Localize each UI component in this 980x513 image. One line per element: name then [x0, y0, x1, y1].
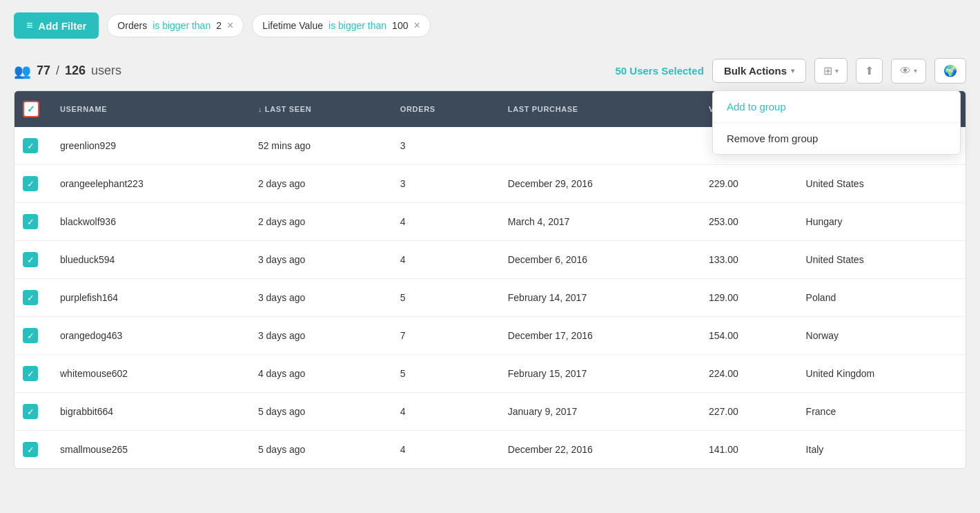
dropdown-item-add-group[interactable]: Add to group: [713, 91, 960, 122]
checkbox-checked-icon: ✓: [23, 442, 38, 457]
row-username: bigrabbit664: [49, 393, 247, 431]
bulk-actions-wrapper: Bulk Actions ▾ Add to group Remove from …: [712, 59, 806, 83]
row-username: greenlion929: [49, 127, 247, 165]
table-row[interactable]: ✓ whitemouse602 4 days ago 5 February 15…: [14, 355, 966, 393]
row-orders: 3: [389, 127, 497, 165]
row-last-seen: 4 days ago: [247, 355, 389, 393]
count-separator: /: [56, 64, 59, 78]
row-last-purchase: February 15, 2017: [497, 355, 698, 393]
row-checkbox[interactable]: ✓: [14, 127, 49, 165]
row-orders: 5: [389, 355, 497, 393]
row-last-purchase: January 9, 2017: [497, 393, 698, 431]
row-checkbox[interactable]: ✓: [14, 241, 49, 279]
add-filter-button[interactable]: ≡ Add Filter: [14, 12, 99, 39]
row-checkbox[interactable]: ✓: [14, 165, 49, 203]
row-username: smallmouse265: [49, 431, 247, 469]
row-last-seen: 5 days ago: [247, 431, 389, 469]
row-country: France: [795, 393, 966, 431]
user-count: 👥 77 / 126 users: [14, 63, 607, 79]
checkbox-checked-icon: ✓: [23, 138, 38, 153]
row-last-seen: 3 days ago: [247, 279, 389, 317]
table-row[interactable]: ✓ blackwolf936 2 days ago 4 March 4, 201…: [14, 203, 966, 241]
table-row[interactable]: ✓ orangedog463 3 days ago 7 December 17,…: [14, 317, 966, 355]
columns-button[interactable]: ⊞ ▾: [814, 58, 847, 84]
count-label: users: [91, 64, 121, 78]
row-orders: 5: [389, 279, 497, 317]
checkbox-checked-icon: ✓: [23, 252, 38, 267]
row-last-seen: 3 days ago: [247, 317, 389, 355]
add-filter-label: Add Filter: [38, 20, 86, 32]
table-row[interactable]: ✓ purplefish164 3 days ago 5 February 14…: [14, 279, 966, 317]
row-username: orangeelephant223: [49, 165, 247, 203]
columns-caret: ▾: [835, 67, 839, 75]
row-orders: 4: [389, 393, 497, 431]
row-value: 227.00: [698, 393, 795, 431]
filter-lifetime-close[interactable]: ×: [413, 20, 420, 31]
checkbox-checked-icon: ✓: [23, 214, 38, 229]
bulk-actions-dropdown: Add to group Remove from group: [712, 90, 961, 155]
row-value: 224.00: [698, 355, 795, 393]
caret-down-icon: ▾: [791, 67, 794, 75]
table-row[interactable]: ✓ orangeelephant223 2 days ago 3 Decembe…: [14, 165, 966, 203]
globe-button[interactable]: 🌍: [934, 58, 966, 84]
export-icon: ⬆: [865, 64, 874, 77]
eye-icon: 👁: [900, 65, 911, 77]
col-orders: ORDERS: [389, 91, 497, 127]
table-row[interactable]: ✓ smallmouse265 5 days ago 4 December 22…: [14, 431, 966, 469]
row-country: United Kingdom: [795, 355, 966, 393]
row-last-purchase: December 6, 2016: [497, 241, 698, 279]
checkbox-checked-icon: ✓: [23, 290, 38, 305]
count-total: 126: [65, 64, 86, 78]
row-username: purplefish164: [49, 279, 247, 317]
row-last-purchase: March 4, 2017: [497, 203, 698, 241]
filter-lifetime-operator: is bigger than: [329, 20, 386, 31]
col-last-seen: ↓ LAST SEEN: [247, 91, 389, 127]
toolbar: 👥 77 / 126 users 50 Users Selected Bulk …: [0, 51, 980, 90]
row-checkbox[interactable]: ✓: [14, 279, 49, 317]
row-value: 141.00: [698, 431, 795, 469]
row-last-purchase: [497, 127, 698, 165]
bulk-actions-button[interactable]: Bulk Actions ▾: [712, 59, 806, 83]
row-value: 229.00: [698, 165, 795, 203]
view-button[interactable]: 👁 ▾: [891, 59, 926, 84]
table-row[interactable]: ✓ blueduck594 3 days ago 4 December 6, 2…: [14, 241, 966, 279]
row-last-purchase: December 17, 2016: [497, 317, 698, 355]
row-checkbox[interactable]: ✓: [14, 393, 49, 431]
row-orders: 4: [389, 241, 497, 279]
row-orders: 4: [389, 431, 497, 469]
row-checkbox[interactable]: ✓: [14, 317, 49, 355]
filter-lifetime-field: Lifetime Value: [262, 20, 323, 31]
select-all-checkbox[interactable]: ✓: [23, 101, 39, 117]
row-country: Italy: [795, 431, 966, 469]
row-value: 154.00: [698, 317, 795, 355]
export-button[interactable]: ⬆: [856, 58, 883, 84]
row-country: Norway: [795, 317, 966, 355]
filter-lifetime-value: 100: [392, 20, 408, 31]
filter-icon: ≡: [26, 19, 32, 32]
col-last-purchase: LAST PURCHASE: [497, 91, 698, 127]
row-orders: 7: [389, 317, 497, 355]
row-username: whitemouse602: [49, 355, 247, 393]
table-row[interactable]: ✓ bigrabbit664 5 days ago 4 January 9, 2…: [14, 393, 966, 431]
filter-tag-orders: Orders is bigger than 2 ×: [107, 14, 244, 37]
row-checkbox[interactable]: ✓: [14, 431, 49, 469]
row-last-seen: 52 mins ago: [247, 127, 389, 165]
bulk-actions-label: Bulk Actions: [724, 65, 787, 77]
row-last-purchase: December 22, 2016: [497, 431, 698, 469]
row-checkbox[interactable]: ✓: [14, 203, 49, 241]
dropdown-item-remove-group[interactable]: Remove from group: [713, 123, 960, 154]
row-country: United States: [795, 165, 966, 203]
row-username: blueduck594: [49, 241, 247, 279]
row-username: blackwolf936: [49, 203, 247, 241]
row-last-seen: 2 days ago: [247, 165, 389, 203]
table-body: ✓ greenlion929 52 mins ago 3 Brazil ✓ or…: [14, 127, 966, 468]
users-selected-badge: 50 Users Selected: [615, 65, 703, 77]
filter-orders-value: 2: [216, 20, 222, 31]
row-country: United States: [795, 241, 966, 279]
columns-icon: ⊞: [823, 64, 832, 77]
row-value: 129.00: [698, 279, 795, 317]
row-checkbox[interactable]: ✓: [14, 355, 49, 393]
filter-orders-operator: is bigger than: [153, 20, 210, 31]
row-last-seen: 2 days ago: [247, 203, 389, 241]
filter-orders-close[interactable]: ×: [227, 20, 233, 31]
